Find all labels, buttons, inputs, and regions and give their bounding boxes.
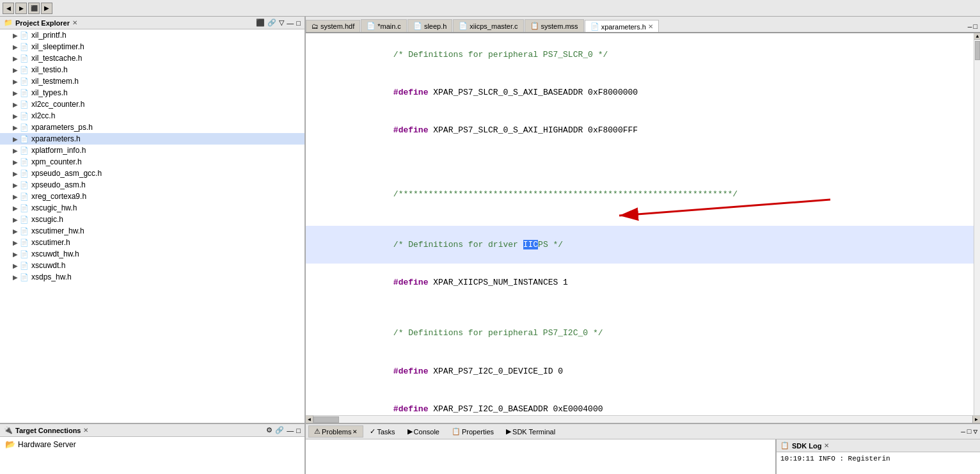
arrow-down-icon[interactable]: ▽: [973, 427, 977, 436]
target-connections-panel: 🔌 Target Connections ✕ ⚙ 🔗 — □ 📂 Hardwar…: [0, 424, 306, 474]
list-item[interactable]: ▶ 📄 xparameters_ps.h: [0, 122, 304, 133]
code-editor[interactable]: /* Definitions for peripheral PS7_SLCR_0…: [306, 33, 974, 415]
sdk-log-content: 10:19:11 INFO : Registerin: [777, 452, 980, 474]
tab-sleep-h[interactable]: 📄 sleep.h: [407, 19, 452, 32]
list-item[interactable]: ▶ 📄 xl2cc_counter.h: [0, 99, 304, 110]
bottom-tabs-bar: ⚠ Problems ✕ ✓ Tasks ▶ Console 📋 Propert…: [306, 424, 980, 439]
code-line: #define XPAR_PS7_SLCR_0_S_AXI_HIGHADDR 0…: [306, 112, 974, 150]
minimize-icon[interactable]: —: [287, 427, 294, 434]
tab-xparameters-h[interactable]: 📄 xparameters.h ✕: [585, 20, 659, 33]
tab-bar-controls: — □: [965, 22, 980, 32]
file-label: xpseudo_asm.h: [31, 180, 86, 189]
code-line: #define XPAR_PS7_SLCR_0_S_AXI_BASEADDR 0…: [306, 74, 974, 111]
tab-xiicps-master-c[interactable]: 📄 xiicps_master.c: [453, 19, 523, 32]
expand-icon: ▶: [13, 136, 18, 143]
tab-tasks[interactable]: ✓ Tasks: [364, 425, 400, 438]
tab-label: *main.c: [377, 22, 401, 30]
scroll-right-btn[interactable]: ▶: [972, 416, 980, 423]
editor-h-scrollbar[interactable]: ◀ ▶: [306, 415, 980, 423]
list-item[interactable]: ▶ 📄 xpseudo_asm_gcc.h: [0, 168, 304, 179]
editor-panel: 🗂 system.hdf 📄 *main.c 📄 sleep.h 📄 xiicp…: [306, 17, 980, 423]
link-icon[interactable]: 🔗: [267, 19, 276, 27]
file-tree[interactable]: ▶ 📄 xil_printf.h ▶ 📄 xil_sleeptimer.h ▶ …: [0, 29, 304, 423]
list-item[interactable]: ▶ 📄 xil_testcache.h: [0, 52, 304, 64]
tab-sdk-terminal[interactable]: ▶ SDK Terminal: [500, 425, 561, 438]
minimize-icon[interactable]: —: [961, 428, 965, 436]
link2-icon[interactable]: 🔗: [275, 426, 284, 434]
target-connections-header: 🔌 Target Connections ✕ ⚙ 🔗 — □: [0, 424, 304, 437]
list-item[interactable]: ▶ 📄 xpseudo_asm.h: [0, 179, 304, 191]
expand-icon: ▶: [13, 113, 18, 120]
file-label: xscugic.h: [31, 215, 63, 224]
tab-close-icon[interactable]: ✕: [648, 23, 653, 30]
file-icon: 📄: [20, 170, 29, 178]
problems-close[interactable]: ✕: [352, 429, 358, 435]
maximize-icon[interactable]: □: [973, 23, 977, 31]
list-item[interactable]: ▶ 📄 xil_printf.h: [0, 29, 304, 41]
tab-system-mss[interactable]: 📋 system.mss: [525, 19, 584, 32]
maximize-icon[interactable]: □: [967, 428, 972, 436]
scroll-left-btn[interactable]: ◀: [306, 416, 313, 423]
file-label: xl2cc_counter.h: [31, 100, 84, 109]
tab-icon: 📋: [530, 22, 539, 30]
expand-icon: ▶: [13, 55, 18, 62]
list-item[interactable]: ▶ 📄 xscuwdt.h: [0, 260, 304, 271]
close-icon[interactable]: ✕: [72, 19, 77, 26]
list-item[interactable]: ▶ 📄 xparameters.h: [0, 133, 304, 145]
list-item[interactable]: ▶ 📄 xil_testmem.h: [0, 75, 304, 87]
code-line: /***************************************…: [306, 175, 974, 213]
list-item[interactable]: ▶ 📄 xplatform_info.h: [0, 145, 304, 156]
scroll-thumb[interactable]: [313, 416, 339, 423]
list-item[interactable]: ▶ 📄 xscugic_hw.h: [0, 202, 304, 214]
list-item[interactable]: ▶ 📄 xreg_cortexa9.h: [0, 191, 304, 202]
tab-system-hdf[interactable]: 🗂 system.hdf: [306, 20, 360, 32]
hardware-server-item[interactable]: 📂 Hardware Server: [5, 439, 299, 449]
tab-console[interactable]: ▶ Console: [402, 425, 445, 438]
list-item[interactable]: ▶ 📄 xil_testio.h: [0, 64, 304, 75]
sdk-log-close-icon[interactable]: ✕: [824, 442, 829, 449]
tab-problems[interactable]: ⚠ Problems ✕: [308, 425, 363, 438]
tab-main-c[interactable]: 📄 *main.c: [361, 19, 407, 32]
toolbar-run-btn[interactable]: ▶: [41, 3, 52, 14]
code-line: /* Definitions for peripheral PS7_SLCR_0…: [306, 36, 974, 74]
editor-right-scrollbar[interactable]: ▲: [974, 33, 980, 415]
project-explorer-header: 📁 Project Explorer ✕ ⬛ 🔗 ▽ — □: [0, 17, 304, 29]
list-item[interactable]: ▶ 📄 xsdps_hw.h: [0, 271, 304, 283]
file-icon: 📄: [20, 123, 29, 132]
list-item[interactable]: ▶ 📄 xscutimer.h: [0, 237, 304, 248]
list-item[interactable]: ▶ 📄 xpm_counter.h: [0, 156, 304, 168]
file-label: xil_testcache.h: [31, 54, 82, 63]
toolbar-back-btn[interactable]: ◀: [3, 3, 14, 14]
sdk-log-header: 📋 SDK Log ✕: [777, 439, 980, 452]
list-item[interactable]: ▶ 📄 xscuwdt_hw.h: [0, 248, 304, 260]
expand-icon: ▶: [13, 101, 18, 108]
hardware-server-label: Hardware Server: [18, 440, 76, 449]
list-item[interactable]: ▶ 📄 xscugic.h: [0, 214, 304, 225]
bottom-content-area: 📋 SDK Log ✕ 10:19:11 INFO : Registerin: [306, 439, 980, 474]
scrollbar-thumb[interactable]: [975, 41, 980, 60]
minimize-icon[interactable]: —: [968, 23, 972, 31]
connect-icon[interactable]: ⚙: [266, 426, 273, 434]
maximize-icon[interactable]: □: [296, 427, 301, 434]
toolbar-stop-btn[interactable]: ⬛: [28, 3, 40, 14]
file-icon: 📄: [20, 273, 29, 281]
scrollbar-up-btn[interactable]: ▲: [974, 33, 980, 40]
list-item[interactable]: ▶ 📄 xil_sleeptimer.h: [0, 41, 304, 52]
file-icon: 📄: [20, 262, 29, 270]
filter-icon[interactable]: ▽: [279, 19, 284, 27]
list-item[interactable]: ▶ 📄 xscutimer_hw.h: [0, 225, 304, 237]
file-label: xil_printf.h: [31, 31, 67, 40]
file-icon: 📄: [20, 146, 29, 155]
maximize-icon[interactable]: □: [296, 19, 301, 27]
toolbar-fwd-btn[interactable]: ▶: [15, 3, 27, 14]
collapse-icon[interactable]: ⬛: [256, 19, 265, 27]
minimize-icon[interactable]: —: [287, 19, 294, 27]
file-icon: 📄: [20, 77, 29, 86]
list-item[interactable]: ▶ 📄 xl2cc.h: [0, 110, 304, 122]
list-item[interactable]: ▶ 📄 xil_types.h: [0, 87, 304, 99]
bottom-area: 🔌 Target Connections ✕ ⚙ 🔗 — □ 📂 Hardwar…: [0, 423, 980, 474]
tab-properties[interactable]: 📋 Properties: [446, 425, 500, 438]
file-label: xpm_counter.h: [31, 157, 82, 166]
expand-icon: ▶: [13, 193, 18, 200]
close-icon[interactable]: ✕: [83, 427, 88, 434]
